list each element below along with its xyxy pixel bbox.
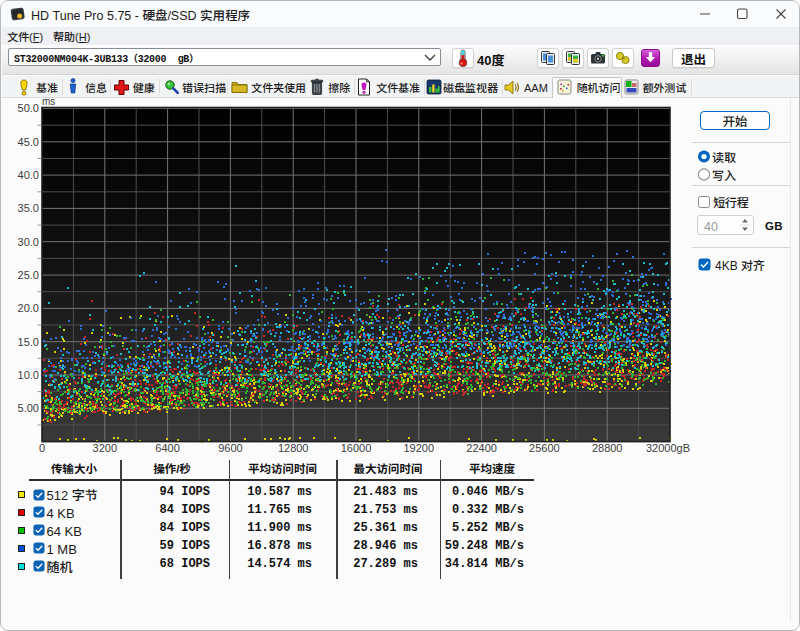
svg-text:50.0: 50.0 [18,102,39,114]
svg-text:22400: 22400 [466,442,497,454]
svg-text:30.0: 30.0 [18,236,39,248]
svg-text:45.0: 45.0 [18,136,39,148]
svg-text:6400: 6400 [155,442,179,454]
svg-text:25.0: 25.0 [18,269,39,281]
svg-text:40.0: 40.0 [18,169,39,181]
svg-text:15.0: 15.0 [18,336,39,348]
svg-text:0: 0 [39,442,45,454]
svg-text:9600: 9600 [218,442,242,454]
svg-text:3200: 3200 [93,442,117,454]
svg-text:32000gB: 32000gB [646,442,690,454]
svg-text:19200: 19200 [404,442,435,454]
svg-text:10.0: 10.0 [18,369,39,381]
svg-text:16000: 16000 [341,442,372,454]
svg-text:ms: ms [42,96,55,107]
svg-text:28800: 28800 [592,442,623,454]
svg-text:35.0: 35.0 [18,202,39,214]
svg-text:12800: 12800 [278,442,309,454]
svg-text:25600: 25600 [529,442,560,454]
svg-text:5.00: 5.00 [18,402,39,414]
svg-text:20.0: 20.0 [18,302,39,314]
